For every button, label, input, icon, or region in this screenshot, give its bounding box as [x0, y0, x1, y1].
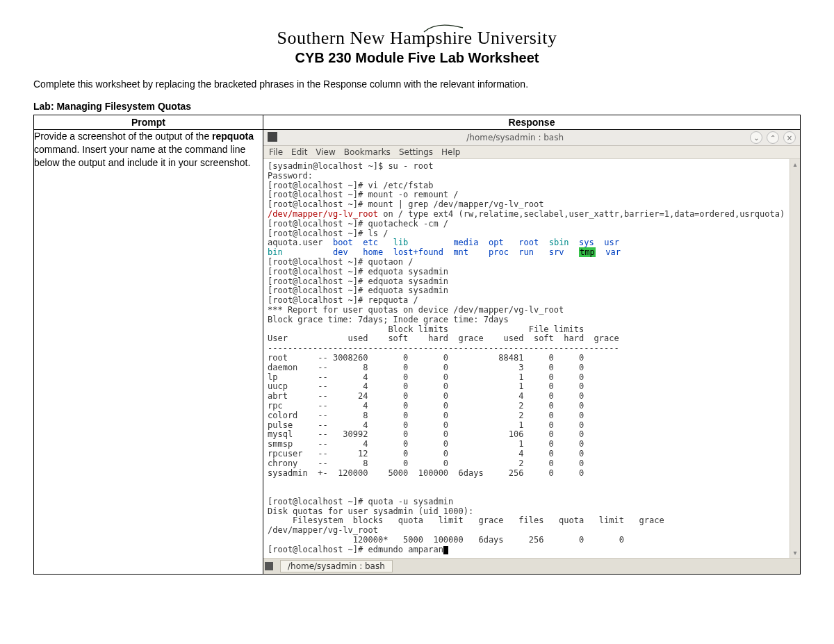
instruction-text: Complete this worksheet by replacing the…	[33, 79, 801, 90]
close-button[interactable]: ×	[783, 131, 796, 144]
worksheet-table: Prompt Response Provide a screenshot of …	[33, 115, 801, 575]
menu-item-bookmarks[interactable]: Bookmarks	[344, 147, 391, 157]
maximize-button[interactable]: ⌃	[767, 131, 779, 144]
window-titlebar[interactable]: /home/sysadmin : bash ⌄ ⌃ ×	[263, 130, 800, 146]
menu-item-edit[interactable]: Edit	[291, 147, 307, 157]
prompt-cell: Provide a screenshot of the output of th…	[34, 130, 263, 575]
scroll-down-icon[interactable]: ▾	[793, 549, 796, 556]
menu-item-view[interactable]: View	[316, 147, 335, 157]
header-prompt: Prompt	[34, 115, 263, 130]
lab-section-label: Lab: Managing Filesystem Quotas	[33, 101, 801, 112]
terminal-window: /home/sysadmin : bash ⌄ ⌃ × FileEditView…	[263, 130, 800, 574]
prompt-text: Provide a screenshot of the output of th…	[34, 130, 263, 170]
menu-item-help[interactable]: Help	[441, 147, 460, 157]
university-name: Southern New Hampshire University	[277, 28, 557, 49]
taskbar-app-icon	[265, 562, 273, 570]
response-cell: /home/sysadmin : bash ⌄ ⌃ × FileEditView…	[263, 130, 801, 575]
terminal-output[interactable]: [sysadmin@localhost ~]$ su - rootPasswor…	[263, 159, 790, 558]
menu-bar[interactable]: FileEditViewBookmarksSettingsHelp	[263, 146, 800, 159]
scroll-up-icon[interactable]: ▴	[793, 160, 796, 168]
window-controls: ⌄ ⌃ ×	[749, 131, 796, 144]
scrollbar[interactable]: ▴ ▾	[790, 159, 800, 558]
window-title-text: /home/sysadmin : bash	[281, 133, 749, 142]
terminal-app-icon	[268, 132, 277, 142]
menu-item-settings[interactable]: Settings	[399, 147, 433, 157]
course-title: CYB 230 Module Five Lab Worksheet	[33, 50, 801, 66]
taskbar: /home/sysadmin : bash	[263, 558, 800, 574]
minimize-button[interactable]: ⌄	[750, 131, 762, 144]
menu-item-file[interactable]: File	[269, 147, 283, 157]
taskbar-tab[interactable]: /home/sysadmin : bash	[280, 560, 393, 572]
university-text: Southern New Hampshire University	[277, 28, 557, 48]
header-response: Response	[263, 115, 801, 130]
document-header: Southern New Hampshire University CYB 23…	[33, 28, 801, 66]
